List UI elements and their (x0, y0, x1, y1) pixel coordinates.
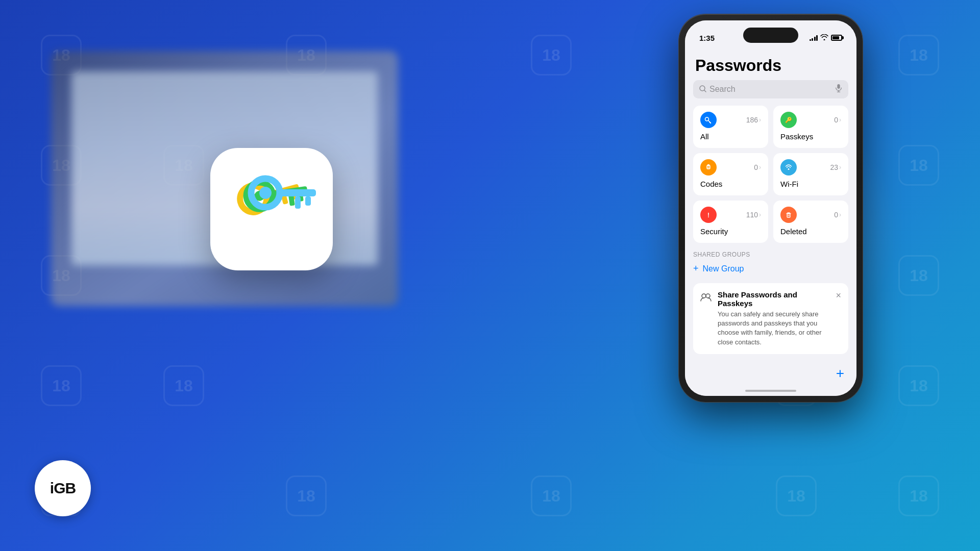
share-banner-icon (700, 291, 712, 305)
codes-icon (700, 159, 717, 176)
shared-groups-section: SHARED GROUPS + New Group (685, 243, 856, 278)
share-banner-title: Share Passwords and Passkeys (718, 290, 829, 308)
search-placeholder: Search (709, 85, 832, 94)
all-icon (700, 112, 717, 128)
security-count: 110 › (746, 211, 761, 219)
deleted-count: 0 › (834, 211, 841, 219)
bottom-bar: + (836, 365, 844, 382)
wifi-label: Wi-Fi (780, 180, 841, 188)
svg-text:!: ! (707, 212, 709, 219)
signal-icon (810, 35, 818, 41)
add-button[interactable]: + (836, 365, 844, 381)
category-card-passkeys[interactable]: 🔑 0 › Passkeys (773, 106, 848, 148)
category-card-security[interactable]: ! 110 › Security (693, 201, 768, 243)
codes-label: Codes (700, 180, 761, 188)
wifi-cat-icon (780, 159, 797, 176)
wifi-count: 23 › (830, 163, 841, 171)
wifi-icon (820, 34, 828, 42)
phone: 1:35 (679, 14, 863, 402)
shared-groups-label: SHARED GROUPS (693, 251, 848, 258)
svg-rect-12 (278, 189, 316, 196)
svg-rect-14 (295, 196, 301, 209)
codes-count: 0 › (754, 163, 761, 171)
search-bar[interactable]: Search (693, 80, 848, 98)
igb-label: iGB (50, 480, 76, 497)
svg-rect-13 (305, 196, 311, 206)
svg-point-43 (706, 294, 710, 298)
status-icons (810, 34, 843, 42)
svg-point-33 (788, 168, 790, 170)
passkeys-icon: 🔑 (780, 112, 797, 128)
svg-text:🔑: 🔑 (785, 116, 792, 123)
new-group-plus-icon: + (693, 263, 699, 274)
search-icon (699, 85, 706, 94)
page-title: Passwords (685, 48, 856, 80)
category-card-deleted[interactable]: 0 › Deleted (773, 201, 848, 243)
svg-point-11 (259, 187, 272, 199)
new-group-button[interactable]: + New Group (693, 263, 848, 274)
app-icon (210, 148, 333, 270)
dynamic-island (743, 28, 798, 43)
category-card-codes[interactable]: 0 › Codes (693, 153, 768, 195)
svg-line-16 (704, 90, 706, 92)
battery-icon (831, 35, 842, 41)
home-indicator (745, 390, 796, 392)
svg-rect-17 (837, 84, 840, 89)
security-icon: ! (700, 207, 717, 223)
passkeys-count: 0 › (834, 116, 841, 124)
share-banner-content: Share Passwords and Passkeys You can saf… (718, 290, 829, 347)
svg-point-42 (702, 294, 706, 298)
mic-icon (835, 84, 842, 94)
share-banner-close-button[interactable]: × (836, 290, 841, 301)
phone-screen: 1:35 (685, 20, 856, 396)
category-card-wifi[interactable]: 23 › Wi-Fi (773, 153, 848, 195)
share-banner: Share Passwords and Passkeys You can saf… (693, 283, 848, 354)
security-label: Security (700, 227, 761, 236)
app-content: Passwords Search (685, 48, 856, 396)
share-banner-text: You can safely and securely share passwo… (718, 310, 829, 347)
new-group-label: New Group (703, 264, 744, 273)
deleted-icon (780, 207, 797, 223)
igb-logo: iGB (35, 460, 91, 516)
status-time: 1:35 (699, 34, 715, 42)
phone-body: 1:35 (679, 14, 863, 402)
all-count: 186 › (746, 116, 761, 124)
category-card-all[interactable]: 186 › All (693, 106, 768, 148)
passkeys-label: Passkeys (780, 132, 841, 141)
all-label: All (700, 132, 761, 141)
deleted-label: Deleted (780, 227, 841, 236)
category-grid: 186 › All 🔑 (685, 106, 856, 243)
